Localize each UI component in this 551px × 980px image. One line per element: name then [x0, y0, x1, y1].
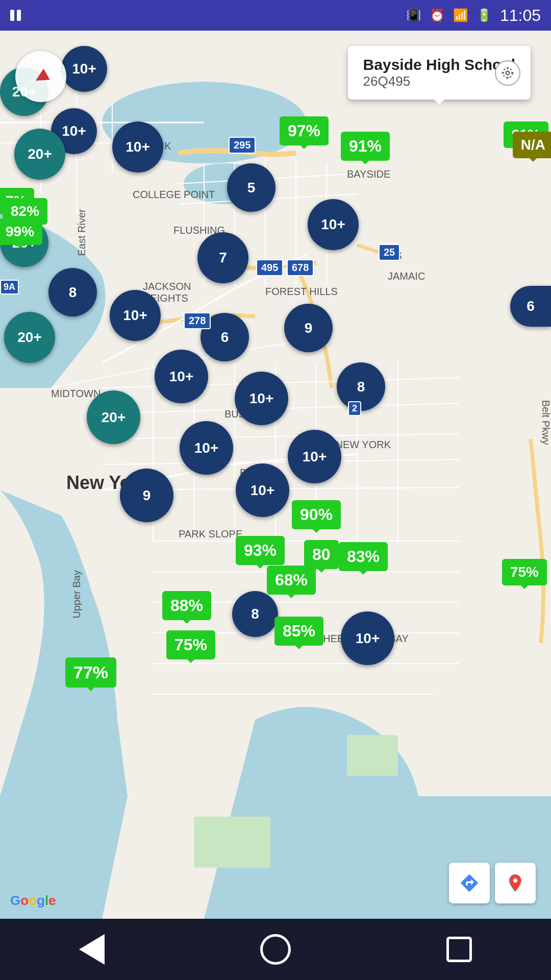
status-right: 📳 ⏰ 📶 🔋 11:05 [406, 6, 541, 25]
map-container[interactable]: BRONX OGS NECK COLLEGE POINT FLUSHING JA… [0, 31, 551, 919]
school-circle-9-2[interactable]: 9 [120, 469, 173, 522]
svg-point-36 [506, 71, 510, 75]
alarm-icon: ⏰ [430, 8, 445, 22]
pause-icon [10, 8, 24, 22]
status-time: 11:05 [500, 6, 541, 25]
score-na[interactable]: N/A [513, 132, 551, 158]
svg-rect-3 [194, 817, 270, 868]
score-75-1[interactable]: 75% [502, 559, 547, 585]
map-action-buttons [449, 863, 536, 903]
highway-25: 25 [379, 244, 400, 261]
school-circle-10plus-1[interactable]: 10+ [61, 46, 107, 92]
google-logo: Google [10, 893, 56, 909]
score-88[interactable]: 88% [162, 591, 211, 620]
vibrate-icon: 📳 [406, 8, 421, 22]
directions-button[interactable] [449, 863, 490, 903]
school-circle-5[interactable]: 5 [227, 163, 276, 212]
school-circle-10plus-9[interactable]: 10+ [288, 430, 341, 483]
school-info-popup[interactable]: Bayside High School 26Q495 [348, 46, 531, 100]
svg-rect-4 [347, 735, 398, 776]
school-circle-8-1[interactable]: 8 [48, 268, 97, 316]
score-93[interactable]: 93% [236, 536, 285, 565]
home-button[interactable] [255, 929, 296, 970]
back-button[interactable] [71, 929, 112, 970]
school-circle-10plus-3[interactable]: 10+ [112, 121, 163, 173]
recent-apps-button[interactable] [439, 929, 480, 970]
highway-2: 2 [348, 401, 361, 416]
highway-278: 278 [184, 312, 211, 329]
school-circle-10plus-6[interactable]: 10+ [155, 350, 208, 403]
school-circle-10plus-5[interactable]: 10+ [110, 290, 161, 341]
score-77[interactable]: 77% [65, 657, 116, 688]
score-80[interactable]: 80 [304, 540, 339, 569]
score-83[interactable]: 83% [339, 542, 388, 571]
svg-point-37 [503, 68, 513, 78]
school-circle-10plus-11[interactable]: 10+ [341, 611, 394, 665]
school-circle-10plus-4[interactable]: 10+ [308, 199, 359, 250]
school-circle-6-partial[interactable]: 6 [510, 286, 551, 327]
score-68[interactable]: 68% [267, 566, 316, 595]
highway-295: 295 [229, 137, 256, 154]
school-circle-20plus-4[interactable]: 20+ [4, 312, 55, 363]
score-85[interactable]: 85% [274, 617, 323, 646]
score-91-1[interactable]: 91% [341, 132, 390, 161]
score-97[interactable]: 97% [280, 116, 329, 145]
school-circle-10plus-8[interactable]: 10+ [180, 421, 233, 475]
school-circle-20plus-2[interactable]: 20+ [14, 129, 65, 180]
bottom-navigation [0, 919, 551, 980]
school-name: Bayside High School [363, 56, 515, 74]
score-99[interactable]: 99% [0, 218, 42, 245]
school-circle-10plus-10[interactable]: 10+ [236, 463, 289, 517]
school-id: 26Q495 [363, 74, 515, 89]
highway-678: 678 [287, 259, 314, 276]
score-75-2[interactable]: 75% [166, 630, 215, 659]
battery-icon: 🔋 [477, 8, 492, 22]
school-circle-10plus-7[interactable]: 10+ [235, 372, 288, 425]
compass[interactable]: ◄ [15, 51, 66, 102]
signal-icon: 📶 [453, 8, 468, 22]
highway-9a: 9A [0, 280, 19, 295]
school-circle-20plus-5[interactable]: 20+ [87, 390, 140, 444]
highway-495: 495 [256, 259, 283, 276]
school-circle-7[interactable]: 7 [197, 232, 248, 283]
school-circle-8-3[interactable]: 8 [232, 591, 278, 637]
school-circle-9-1[interactable]: 9 [284, 304, 333, 352]
status-left [10, 8, 24, 22]
maps-button[interactable] [495, 863, 536, 903]
score-90[interactable]: 90% [292, 500, 341, 529]
location-button[interactable] [495, 60, 520, 86]
compass-arrow: ◄ [26, 61, 56, 92]
status-bar: 📳 ⏰ 📶 🔋 11:05 [0, 0, 551, 31]
